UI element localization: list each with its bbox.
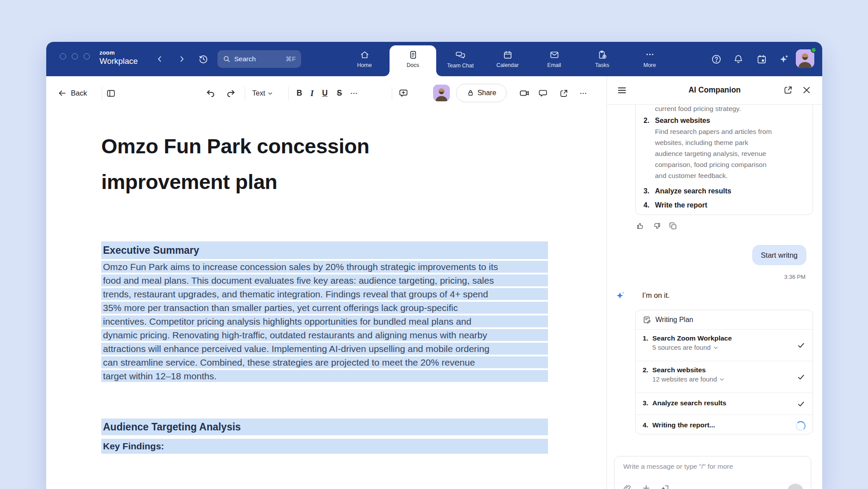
ai-sparkle-icon bbox=[778, 53, 790, 65]
italic-button[interactable]: I bbox=[305, 76, 319, 110]
step-spinner bbox=[796, 421, 805, 431]
thumbs-down-icon bbox=[652, 222, 661, 230]
executive-summary-paragraph[interactable]: Omzo Fun Park aims to increase concessio… bbox=[101, 261, 548, 384]
redo-button[interactable] bbox=[226, 76, 236, 110]
strikethrough-button[interactable]: S bbox=[333, 76, 346, 110]
italic-label: I bbox=[310, 89, 313, 98]
desc-line: comparison, food pricing comparison bbox=[655, 159, 805, 170]
step-check bbox=[797, 400, 805, 408]
paragraph-line: food and meal plans. This document evalu… bbox=[101, 274, 548, 286]
history-button[interactable] bbox=[196, 42, 211, 76]
search-input[interactable] bbox=[234, 55, 275, 63]
tab-label: Home bbox=[357, 62, 371, 68]
tab-label: Tasks bbox=[595, 62, 609, 68]
ai-panel-scroll-area[interactable]: current food pricing strategy. 2.Search … bbox=[607, 76, 822, 489]
help-icon bbox=[711, 54, 722, 65]
collaborator-avatar[interactable] bbox=[433, 85, 450, 101]
redo-icon bbox=[226, 88, 236, 98]
window-close-button[interactable] bbox=[60, 53, 66, 59]
panel-close-button[interactable] bbox=[802, 85, 812, 95]
ai-message-composer[interactable] bbox=[614, 456, 811, 489]
plan-step-2[interactable]: 2.Search websites 12 websites are found bbox=[636, 361, 813, 393]
add-comment-button[interactable] bbox=[398, 76, 408, 110]
notifications-button[interactable] bbox=[731, 42, 746, 76]
plan-preview-item: 4.Write the report bbox=[644, 201, 805, 209]
tab-team-chat[interactable]: Team Chat bbox=[439, 42, 482, 76]
nav-forward-button[interactable] bbox=[175, 42, 188, 76]
heading-text: Audience Targeting Analysis bbox=[103, 421, 241, 433]
tab-tasks[interactable]: Tasks bbox=[581, 42, 623, 76]
user-message-bubble: Start writng bbox=[752, 245, 806, 265]
bold-button[interactable]: B bbox=[293, 76, 306, 110]
bold-label: B bbox=[297, 89, 302, 98]
step-detail[interactable]: 12 websites are found bbox=[643, 375, 805, 383]
tab-more[interactable]: More bbox=[629, 42, 671, 76]
help-button[interactable] bbox=[709, 42, 724, 76]
writing-plan-card: Writing Plan 1.Search Zoom Workplace 5 s… bbox=[635, 310, 813, 434]
thumbs-up-icon bbox=[636, 222, 645, 230]
window-minimize-button[interactable] bbox=[72, 53, 78, 59]
ellipsis-icon bbox=[579, 89, 588, 98]
tab-home[interactable]: Home bbox=[343, 42, 386, 76]
open-external-button[interactable] bbox=[559, 76, 569, 110]
doc-title[interactable]: Omzo Fun Park concession improvement pla… bbox=[101, 128, 548, 200]
step-detail[interactable]: 5 sources are found bbox=[643, 344, 805, 351]
step-number: 3. bbox=[643, 399, 652, 407]
step-detail-text: 12 websites are found bbox=[652, 375, 717, 383]
video-camera-icon bbox=[519, 88, 530, 99]
thumbs-up-button[interactable] bbox=[636, 222, 645, 230]
plan-step-3[interactable]: 3.Analyze search results bbox=[636, 393, 813, 415]
underline-button[interactable]: U bbox=[318, 76, 331, 110]
plan-step-4[interactable]: 4.Writing the report... bbox=[636, 415, 813, 437]
clipped-line: current food pricing strategy. bbox=[644, 105, 805, 113]
window-controls[interactable] bbox=[60, 53, 90, 59]
schedule-button[interactable] bbox=[754, 42, 769, 76]
tab-calendar[interactable]: Calendar bbox=[486, 42, 529, 76]
text-style-dropdown[interactable]: Text bbox=[252, 76, 273, 110]
window-zoom-button[interactable] bbox=[84, 53, 90, 59]
thumbs-down-button[interactable] bbox=[652, 222, 661, 230]
insert-to-doc-button[interactable] bbox=[660, 484, 669, 489]
undo-button[interactable] bbox=[206, 76, 216, 110]
doc-chat-button[interactable] bbox=[538, 76, 548, 110]
tab-label: More bbox=[644, 62, 656, 68]
plan-step-1[interactable]: 1.Search Zoom Workplace 5 sources are fo… bbox=[636, 330, 813, 361]
share-button[interactable]: Share bbox=[456, 84, 507, 102]
add-button[interactable] bbox=[642, 484, 651, 489]
check-icon bbox=[797, 400, 805, 408]
more-icon bbox=[645, 50, 655, 60]
heading-executive-summary[interactable]: Executive Summary bbox=[101, 241, 548, 259]
tab-docs[interactable]: Docs bbox=[392, 42, 434, 76]
document-canvas[interactable]: Omzo Fun Park concession improvement pla… bbox=[46, 110, 607, 489]
item-number: 2. bbox=[644, 117, 655, 125]
ai-companion-nav-button[interactable] bbox=[776, 42, 791, 76]
doc-title-line2: improvement plan bbox=[101, 164, 548, 200]
doc-toolbar: Back Text B I U S bbox=[46, 76, 607, 110]
strikethrough-label: S bbox=[337, 89, 342, 98]
send-button[interactable] bbox=[787, 484, 804, 489]
logo-workplace: Workplace bbox=[99, 56, 138, 66]
heading-audience-targeting[interactable]: Audience Targeting Analysis bbox=[101, 419, 548, 435]
more-formatting-button[interactable] bbox=[347, 76, 360, 110]
calendar-date-icon bbox=[756, 54, 767, 65]
composer-input[interactable] bbox=[623, 463, 791, 470]
divider bbox=[102, 87, 102, 100]
start-video-button[interactable] bbox=[519, 76, 530, 110]
open-external-icon bbox=[559, 89, 569, 98]
ai-status-text: I’m on it. bbox=[642, 291, 669, 300]
tab-email[interactable]: Email bbox=[533, 42, 575, 76]
item-title: Analyze search results bbox=[655, 187, 731, 195]
copy-button[interactable] bbox=[669, 222, 677, 230]
sidebar-toggle-button[interactable] bbox=[106, 76, 116, 110]
back-arrow-icon bbox=[58, 89, 67, 98]
attach-file-button[interactable] bbox=[623, 484, 632, 489]
writing-plan-icon bbox=[643, 315, 651, 324]
panel-popout-button[interactable] bbox=[783, 85, 793, 95]
tasks-icon bbox=[597, 50, 607, 60]
panel-toggle-icon bbox=[106, 89, 116, 98]
more-options-button[interactable] bbox=[579, 76, 588, 110]
global-search[interactable]: ⌘F bbox=[217, 50, 301, 68]
nav-back-button[interactable] bbox=[153, 42, 166, 76]
heading-key-findings[interactable]: Key Findings: bbox=[101, 439, 548, 454]
back-button[interactable]: Back bbox=[58, 76, 87, 110]
